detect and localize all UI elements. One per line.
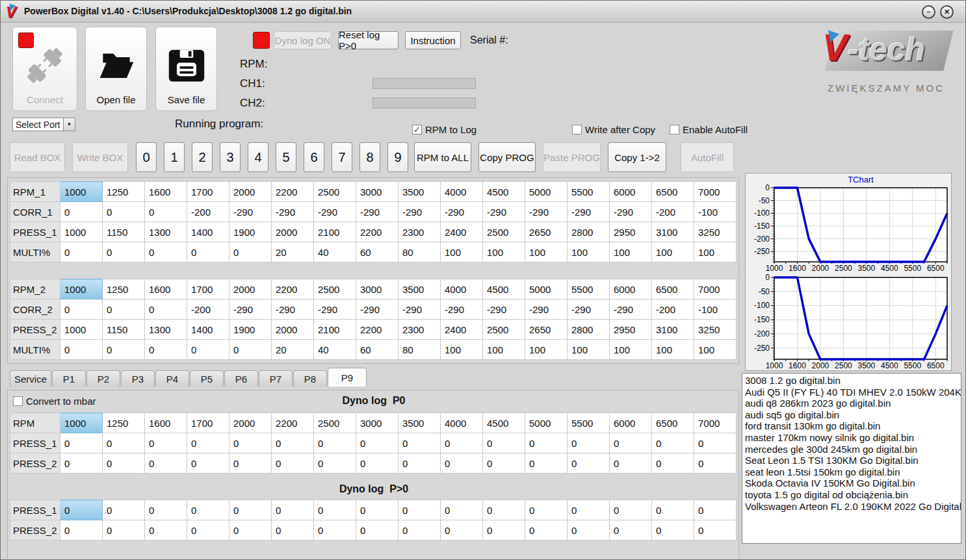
cell[interactable]: 1150 (103, 320, 145, 340)
cell[interactable]: 0 (145, 433, 187, 453)
cell[interactable]: 1900 (229, 222, 272, 242)
cell[interactable]: 2000 (229, 182, 272, 202)
cell[interactable]: 0 (652, 500, 694, 520)
connect-button[interactable]: Connect (12, 27, 77, 111)
cell[interactable]: 2300 (398, 222, 441, 242)
cell[interactable]: 0 (187, 433, 229, 453)
cell[interactable]: 100 (694, 340, 737, 360)
cell[interactable]: 80 (398, 242, 441, 262)
cell[interactable]: 3000 (356, 279, 398, 299)
cell[interactable]: 0 (145, 242, 187, 262)
cell[interactable]: 2000 (272, 320, 314, 340)
cell[interactable]: 0 (60, 433, 103, 453)
cell[interactable]: 100 (483, 242, 525, 262)
cell[interactable]: -290 (398, 202, 441, 222)
cell[interactable]: 0 (187, 340, 229, 360)
cell[interactable]: 0 (229, 520, 272, 541)
cell[interactable]: -290 (229, 202, 272, 222)
checkbox-box[interactable] (670, 125, 679, 134)
cell[interactable]: 0 (103, 433, 145, 453)
cell[interactable]: 2800 (568, 222, 610, 242)
cell[interactable]: 5500 (568, 413, 610, 433)
cell[interactable]: 0 (525, 500, 568, 520)
cell[interactable]: 1300 (145, 320, 187, 340)
cell[interactable]: 2400 (441, 320, 483, 340)
cell[interactable]: -290 (483, 299, 525, 320)
cell[interactable]: 0 (568, 520, 610, 541)
cell[interactable]: 100 (568, 340, 610, 360)
cell[interactable]: 1250 (103, 182, 145, 202)
close-button[interactable]: ✕ (940, 5, 954, 19)
cell[interactable]: 0 (103, 453, 145, 474)
cell[interactable]: 1600 (145, 182, 187, 202)
cell[interactable]: 0 (229, 242, 272, 262)
autofill-button[interactable]: AutoFill (681, 142, 734, 172)
cell[interactable]: 6500 (652, 413, 694, 433)
file-list-item[interactable]: audi q8 286km 2023 go digital.bin (745, 398, 961, 409)
paste-prog-button[interactable]: Paste PROG (543, 142, 601, 172)
cell[interactable]: 0 (229, 453, 272, 474)
cell[interactable]: 0 (694, 453, 737, 474)
cell[interactable]: 2200 (272, 182, 314, 202)
cell[interactable]: 2500 (483, 222, 525, 242)
cell[interactable]: 2500 (483, 320, 525, 340)
cell[interactable]: 0 (652, 453, 694, 474)
cell[interactable]: 2800 (568, 320, 610, 340)
cell[interactable]: 1900 (229, 320, 272, 340)
cell[interactable]: 0 (525, 520, 568, 541)
select-port-dropdown[interactable]: Select Port ▼ (12, 118, 75, 131)
checkbox-box[interactable]: ✓ (412, 125, 422, 134)
enable-autofill-checkbox[interactable]: Enable AutoFill (670, 124, 748, 135)
cell[interactable]: 0 (229, 500, 272, 520)
cell[interactable]: 20 (272, 242, 314, 262)
cell[interactable]: -200 (652, 202, 694, 222)
cell[interactable]: 0 (60, 500, 103, 520)
copy-prog-button[interactable]: Copy PROG (478, 142, 536, 172)
digit-2-button[interactable]: 2 (192, 142, 213, 172)
cell[interactable]: 1000 (60, 222, 103, 242)
tab-p7[interactable]: P7 (259, 370, 293, 387)
cell[interactable]: 100 (652, 242, 694, 262)
copy-1-2-button[interactable]: Copy 1->2 (608, 142, 666, 172)
cell[interactable]: 0 (314, 500, 356, 520)
digit-1-button[interactable]: 1 (164, 142, 185, 172)
cell[interactable]: 0 (187, 453, 229, 474)
cell[interactable]: 2100 (314, 320, 356, 340)
cell[interactable]: 0 (314, 453, 356, 474)
cell[interactable]: 0 (525, 433, 568, 453)
cell[interactable]: 5500 (568, 182, 610, 202)
cell[interactable]: 0 (103, 242, 145, 262)
cell[interactable]: 1150 (103, 222, 145, 242)
cell[interactable]: 0 (60, 340, 103, 360)
rpm-to-all-button[interactable]: RPM to ALL (414, 142, 471, 172)
cell[interactable]: 0 (356, 433, 398, 453)
cell[interactable]: 0 (694, 500, 737, 520)
cell[interactable]: -290 (229, 299, 272, 320)
cell[interactable]: 100 (568, 242, 610, 262)
cell[interactable]: 6000 (610, 182, 652, 202)
cell[interactable]: -290 (610, 202, 652, 222)
cell[interactable]: 2400 (441, 222, 483, 242)
cell[interactable]: 80 (398, 340, 441, 360)
cell[interactable]: 3500 (398, 182, 441, 202)
cell[interactable]: 0 (610, 520, 652, 541)
digit-7-button[interactable]: 7 (332, 142, 352, 172)
cell[interactable]: -100 (694, 202, 737, 222)
cell[interactable]: 1000 (60, 320, 103, 340)
read-box-button[interactable]: Read BOX (10, 142, 65, 172)
cell[interactable]: 0 (610, 500, 652, 520)
instruction-button[interactable]: Instruction (405, 31, 461, 49)
file-list-item[interactable]: seat leon 1.5tsi 150km go digital.bin (745, 466, 961, 478)
cell[interactable]: 1250 (103, 413, 145, 433)
cell[interactable]: 2950 (610, 222, 652, 242)
file-list-item[interactable]: Volkswagen Arteon FL 2.0 190KM 2022 Go D… (745, 501, 961, 513)
cell[interactable]: 0 (610, 453, 652, 474)
cell[interactable]: 0 (483, 500, 525, 520)
cell[interactable]: 0 (568, 433, 610, 453)
cell[interactable]: 6500 (652, 279, 694, 299)
cell[interactable]: 0 (145, 500, 187, 520)
cell[interactable]: 0 (145, 340, 187, 360)
cell[interactable]: 100 (610, 340, 652, 360)
cell[interactable]: 2500 (314, 279, 356, 299)
cell[interactable]: 6000 (610, 279, 652, 299)
